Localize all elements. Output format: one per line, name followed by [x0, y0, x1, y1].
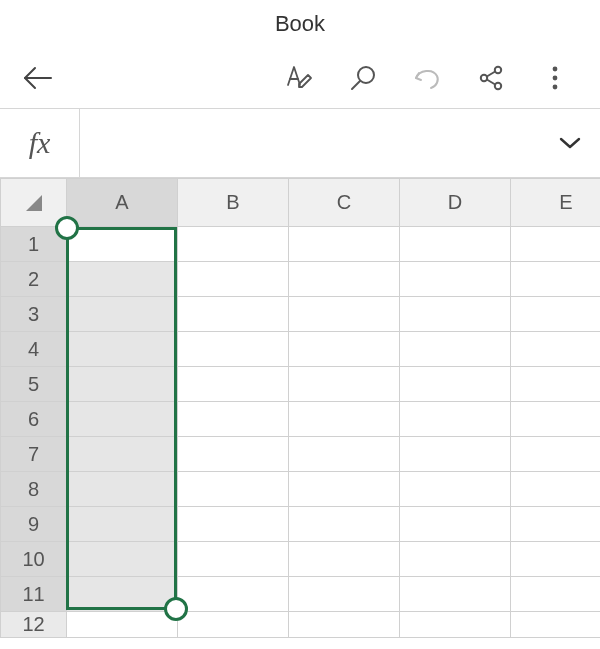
select-all-corner[interactable]	[1, 179, 67, 227]
share-button[interactable]	[464, 51, 518, 105]
selection-handle-top-left[interactable]	[55, 216, 79, 240]
cell[interactable]	[511, 577, 601, 612]
row-header[interactable]: 9	[1, 507, 67, 542]
cell[interactable]	[511, 507, 601, 542]
cell[interactable]	[289, 402, 400, 437]
cell[interactable]	[511, 402, 601, 437]
row-header[interactable]: 4	[1, 332, 67, 367]
cell[interactable]	[178, 472, 289, 507]
row-header[interactable]: 6	[1, 402, 67, 437]
svg-point-11	[553, 85, 558, 90]
svg-point-4	[481, 75, 487, 81]
cell[interactable]	[67, 367, 178, 402]
cell[interactable]	[289, 577, 400, 612]
cell[interactable]	[400, 262, 511, 297]
row-header[interactable]: 5	[1, 367, 67, 402]
cell[interactable]	[511, 332, 601, 367]
row-header[interactable]: 7	[1, 437, 67, 472]
cell[interactable]	[178, 297, 289, 332]
svg-line-7	[487, 72, 495, 77]
cell[interactable]	[511, 472, 601, 507]
cell[interactable]	[400, 612, 511, 638]
row-header[interactable]: 12	[1, 612, 67, 638]
column-header-b[interactable]: B	[178, 179, 289, 227]
font-pen-icon	[284, 63, 314, 93]
svg-line-3	[352, 81, 360, 89]
cell[interactable]	[289, 542, 400, 577]
undo-icon	[413, 64, 441, 92]
svg-point-10	[553, 76, 558, 81]
cell[interactable]	[289, 437, 400, 472]
cell[interactable]	[67, 437, 178, 472]
cell[interactable]	[400, 577, 511, 612]
selection-handle-bottom-right[interactable]	[164, 597, 188, 621]
back-button[interactable]	[18, 58, 58, 98]
cell[interactable]	[178, 402, 289, 437]
cell[interactable]	[178, 227, 289, 262]
cell[interactable]	[67, 542, 178, 577]
cell[interactable]	[400, 472, 511, 507]
formula-expand-button[interactable]	[540, 109, 600, 177]
cell[interactable]	[289, 507, 400, 542]
more-vertical-icon	[543, 65, 567, 91]
cell[interactable]	[289, 297, 400, 332]
cell[interactable]	[67, 612, 178, 638]
cell[interactable]	[511, 367, 601, 402]
cell[interactable]	[511, 227, 601, 262]
font-format-button[interactable]	[272, 51, 326, 105]
cell[interactable]	[178, 507, 289, 542]
cell[interactable]	[67, 472, 178, 507]
cell[interactable]	[289, 262, 400, 297]
cell[interactable]	[67, 577, 178, 612]
row-header[interactable]: 3	[1, 297, 67, 332]
column-header-a[interactable]: A	[67, 179, 178, 227]
cell[interactable]	[67, 402, 178, 437]
row-header[interactable]: 10	[1, 542, 67, 577]
cell[interactable]	[400, 227, 511, 262]
cell[interactable]	[289, 367, 400, 402]
cell[interactable]	[511, 542, 601, 577]
grid-body: 1 2 3 4 5 6 7 8 9 10 11 12	[1, 227, 601, 638]
cell[interactable]	[178, 612, 289, 638]
cell[interactable]	[511, 612, 601, 638]
formula-input[interactable]	[80, 109, 540, 177]
cell[interactable]	[178, 262, 289, 297]
row-header[interactable]: 11	[1, 577, 67, 612]
fx-label[interactable]: fx	[0, 109, 80, 177]
row-header[interactable]: 2	[1, 262, 67, 297]
cell[interactable]	[67, 507, 178, 542]
cell[interactable]	[400, 542, 511, 577]
cell[interactable]	[289, 472, 400, 507]
spreadsheet-grid[interactable]: A B C D E 1 2 3 4 5 6 7 8 9 10 11 12	[0, 178, 600, 638]
more-menu-button[interactable]	[528, 51, 582, 105]
cell[interactable]	[511, 437, 601, 472]
row-header[interactable]: 8	[1, 472, 67, 507]
cell[interactable]	[67, 297, 178, 332]
cell[interactable]	[178, 577, 289, 612]
cell[interactable]	[178, 367, 289, 402]
column-header-c[interactable]: C	[289, 179, 400, 227]
svg-marker-12	[26, 195, 42, 211]
cell[interactable]	[67, 332, 178, 367]
cell[interactable]	[178, 332, 289, 367]
column-header-e[interactable]: E	[511, 179, 601, 227]
cell[interactable]	[400, 402, 511, 437]
cell[interactable]	[511, 262, 601, 297]
cell[interactable]	[400, 507, 511, 542]
cell[interactable]	[511, 297, 601, 332]
undo-button[interactable]	[400, 51, 454, 105]
cell[interactable]	[400, 437, 511, 472]
column-header-d[interactable]: D	[400, 179, 511, 227]
cell[interactable]	[289, 227, 400, 262]
cell[interactable]	[400, 297, 511, 332]
cell[interactable]	[400, 367, 511, 402]
cell[interactable]	[67, 262, 178, 297]
search-button[interactable]	[336, 51, 390, 105]
cell[interactable]	[67, 227, 178, 262]
cell[interactable]	[289, 612, 400, 638]
cell[interactable]	[178, 542, 289, 577]
cell[interactable]	[400, 332, 511, 367]
cell[interactable]	[289, 332, 400, 367]
formula-bar: fx	[0, 108, 600, 178]
cell[interactable]	[178, 437, 289, 472]
